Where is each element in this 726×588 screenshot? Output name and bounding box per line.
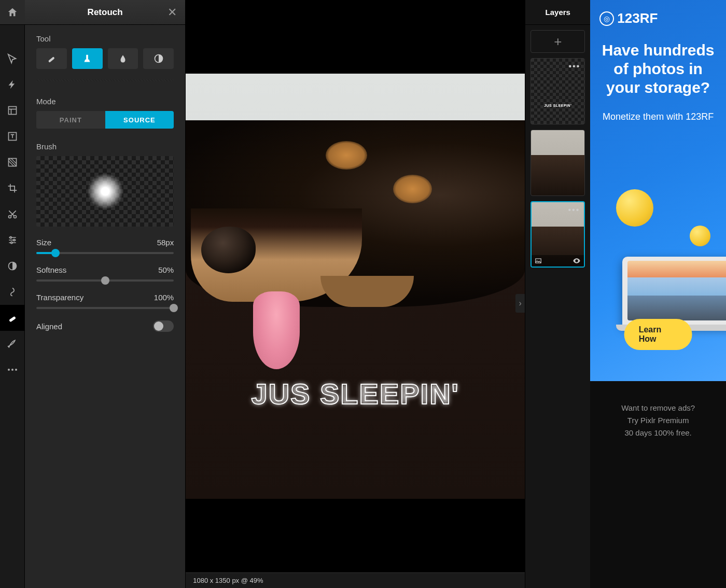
layer-image-copy[interactable] — [530, 130, 585, 196]
collapse-layers-button[interactable]: › — [515, 294, 525, 313]
status-bar: 1080 x 1350 px @ 49% — [186, 572, 525, 588]
size-slider[interactable] — [36, 252, 174, 254]
svg-point-9 — [10, 242, 12, 243]
blur-tool-option[interactable] — [108, 48, 138, 69]
sharpen-tool-option[interactable] — [143, 48, 174, 69]
aligned-label: Aligned — [36, 322, 62, 331]
size-label: Size — [36, 238, 51, 247]
transparency-label: Transparency — [36, 293, 83, 302]
contrast-tool[interactable] — [0, 253, 25, 279]
transparency-slider[interactable] — [36, 307, 174, 309]
liquify-tool[interactable] — [0, 279, 25, 305]
coin-icon — [690, 226, 710, 246]
mode-source-button[interactable]: SOURCE — [105, 111, 174, 129]
softness-slider-group: Softness 50% — [36, 265, 174, 282]
laptop-icon — [622, 257, 726, 327]
panel-header: Retouch ✕ — [25, 0, 185, 25]
draw-tool[interactable] — [0, 331, 25, 357]
svg-point-8 — [13, 239, 15, 241]
retouch-tool[interactable] — [0, 305, 25, 331]
ad-logo-text: 123RF — [617, 10, 658, 26]
size-value: 58px — [157, 238, 174, 247]
cut-tool[interactable] — [0, 201, 25, 227]
ad-footer-line1: Want to remove ads? — [621, 402, 695, 414]
adjust-tool[interactable] — [0, 227, 25, 253]
heal-tool-option[interactable] — [36, 48, 67, 69]
divider — [36, 79, 174, 81]
tool-section-label: Tool — [36, 34, 174, 43]
add-layer-button[interactable]: + — [530, 30, 585, 53]
ad-footer-line3: 30 days 100% free. — [625, 427, 692, 439]
svg-rect-11 — [9, 316, 16, 323]
mode-paint-button[interactable]: PAINT — [36, 111, 105, 129]
canvas-image[interactable]: JUS SLEEPIN' — [186, 74, 525, 499]
layer-image-base[interactable]: ••• — [530, 201, 585, 268]
svg-point-7 — [10, 236, 11, 238]
svg-rect-0 — [8, 107, 16, 115]
aligned-row: Aligned — [36, 320, 174, 332]
ad-cta-button[interactable]: Learn How — [624, 319, 692, 350]
mode-toggle: PAINT SOURCE — [36, 111, 174, 129]
main-toolbar — [0, 0, 25, 588]
mode-section-label: Mode — [36, 97, 174, 106]
ad-footer-line2: Try Pixlr Premium — [627, 414, 689, 427]
crop-tool[interactable] — [0, 175, 25, 201]
softness-slider[interactable] — [36, 279, 174, 282]
layer-text[interactable]: ••• JUS SLEEPIN' — [530, 58, 585, 124]
layers-panel: Layers + ••• JUS SLEEPIN' ••• — [525, 0, 590, 588]
ad-logo: ◎ 123RF — [599, 10, 717, 26]
transparency-value: 100% — [154, 293, 174, 302]
home-button[interactable] — [0, 0, 25, 25]
layer-options-icon[interactable]: ••• — [568, 205, 580, 215]
clone-tool-option[interactable] — [72, 48, 103, 69]
ad-headline: Have hundreds of photos in your storage? — [599, 41, 717, 97]
layout-tool[interactable] — [0, 97, 25, 123]
image-icon — [535, 257, 542, 264]
softness-value: 50% — [158, 265, 174, 274]
layers-title: Layers — [525, 0, 590, 25]
ai-tool[interactable] — [0, 72, 25, 97]
properties-panel: Retouch ✕ Tool Mode PAINT SOURCE Brush S… — [25, 0, 186, 588]
more-tools[interactable] — [0, 357, 25, 383]
svg-point-12 — [8, 369, 10, 371]
size-slider-group: Size 58px — [36, 238, 174, 254]
home-icon — [7, 7, 18, 18]
close-panel-button[interactable]: ✕ — [167, 6, 177, 19]
ad-imagery — [590, 184, 726, 381]
ad-banner[interactable]: ◎ 123RF Have hundreds of photos in your … — [590, 0, 726, 381]
svg-point-14 — [15, 369, 17, 371]
canvas-area: JUS SLEEPIN' 1080 x 1350 px @ 49% › — [186, 0, 525, 588]
panel-title: Retouch — [88, 7, 123, 18]
layer-footer — [532, 255, 584, 267]
svg-rect-15 — [48, 57, 55, 63]
select-tool[interactable] — [0, 46, 25, 72]
aligned-toggle[interactable] — [153, 320, 174, 332]
visibility-icon[interactable] — [573, 257, 581, 265]
text-tool[interactable] — [0, 123, 25, 149]
brush-preview[interactable] — [36, 156, 174, 227]
svg-point-13 — [11, 369, 13, 371]
canvas-viewport[interactable]: JUS SLEEPIN' — [186, 0, 525, 572]
camera-icon: ◎ — [599, 11, 614, 26]
ad-footer: Want to remove ads? Try Pixlr Premium 30… — [590, 381, 726, 588]
coin-icon — [616, 189, 653, 227]
layer-options-icon[interactable]: ••• — [568, 62, 580, 71]
transparency-slider-group: Transparency 100% — [36, 293, 174, 309]
softness-label: Softness — [36, 265, 66, 274]
tool-row — [36, 48, 174, 69]
canvas-text-overlay: JUS SLEEPIN' — [186, 377, 525, 411]
ad-column: ◎ 123RF Have hundreds of photos in your … — [590, 0, 726, 588]
layer-text-preview: JUS SLEEPIN' — [531, 104, 584, 107]
status-text: 1080 x 1350 px @ 49% — [193, 577, 263, 584]
ad-subhead: Monetize them with 123RF — [599, 110, 717, 123]
brush-section-label: Brush — [36, 142, 174, 151]
fill-tool[interactable] — [0, 149, 25, 175]
